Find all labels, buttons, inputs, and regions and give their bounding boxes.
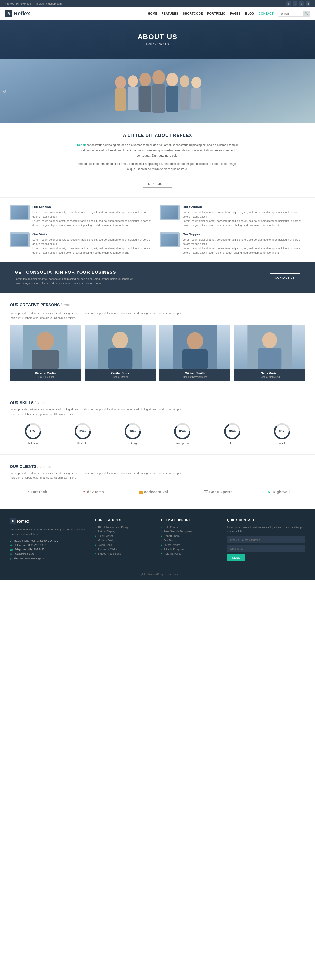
nav-blog[interactable]: BLOG [245,12,254,15]
feature-support-img-inner [161,234,178,246]
member-photo-2 [159,325,231,369]
footer-message-input[interactable] [227,545,305,552]
footer-support-title: HELP & SUPPORT [161,519,220,522]
footer-logo: R Reflex [10,519,88,524]
footer-link-spam[interactable]: Report Spam [161,535,220,538]
top-bar-left: +86 (00) 564 979 514 info@brandshop.com [5,2,62,5]
footer-link-clean[interactable]: Clean Code [95,543,154,546]
member-name-0: Ricardo Martin [12,372,78,375]
nav-portfolio[interactable]: PORTFOLIO [207,12,226,15]
clients-title: OUR CLIENTS [10,465,37,469]
skill-illustrator: 85% Illustrator [74,423,91,445]
breadcrumb-current: About Us [156,42,169,46]
feature-support-content: Our Support Lorem ipsum dolor sit amet, … [183,232,305,255]
nav-pages[interactable]: PAGES [230,12,241,15]
footer-email-input[interactable] [227,536,305,543]
cta-title: GET CONSULTATION FOR YOUR BUSINESS [15,270,138,275]
twitter-icon[interactable]: t [293,2,297,6]
logo[interactable]: R Reflex [5,10,30,17]
feature-support: Our Support Lorem ipsum dolor sit amet, … [160,232,305,255]
feature-solution: Our Solution Lorem ipsum dolor sit amet,… [160,205,305,228]
feature-support-image [160,232,180,247]
svg-rect-25 [258,348,282,369]
footer-web: ⚐ Web: www.mobenwang.com [10,557,88,560]
svg-point-2 [128,75,138,87]
breadcrumb-home[interactable]: Home [146,42,154,46]
googleplus-icon[interactable]: g [299,2,304,6]
feature-solution-para2: Lorem ipsum dolor sit amet, consectetur … [183,219,305,228]
footer-link-pixel[interactable]: Pixel Perfect [95,535,154,538]
linkedin-icon[interactable]: in [305,2,310,6]
logo-icon: R [5,10,12,17]
skills-title: OUR SKILLS [10,401,34,405]
clients-section: OUR CLIENTS / clients Lorem provide best… [0,455,315,509]
client-hastech: H HasTech [25,490,47,494]
footer-link-templates[interactable]: Free Sample Templates [161,530,220,533]
skill-photoshop: 95% Photoshop [24,423,41,445]
nav-shortcode[interactable]: SHORTCODE [183,12,203,15]
svg-rect-1 [115,88,126,111]
svg-point-24 [262,332,277,348]
clients-section-header: OUR CLIENTS / clients [10,465,305,469]
skill-label-illustrator: Illustrator [74,442,91,445]
skills-grid: 95% Photoshop 85% Illustrator 90% In Des… [10,423,305,445]
skill-arc-indesign: 90% [124,423,141,440]
team-card-0: Ricardo Martin CEO & Founder [10,325,81,381]
svg-point-12 [191,77,201,88]
team-card-info-1: Zenifer Silvia Head of Design [85,369,156,381]
email-info: info@brandshop.com [36,2,62,5]
footer-link-retina[interactable]: Retina Display [95,530,154,533]
footer-link-help[interactable]: Help Center [161,526,220,528]
footer-link-slider[interactable]: Awesome Slider [95,548,154,551]
footer-email-text: Info@domain.com [14,553,34,555]
footer-link-blog[interactable]: Our Blog [161,539,220,542]
feature-mission-para2: Lorem ipsum dolor sit amet, consectetur … [32,219,155,228]
team-card-img-1 [85,325,156,369]
footer-col-contact: QUICK CONTACT Lorem ipsum dolor sit amet… [227,519,305,562]
footer-link-referral[interactable]: Referral Policy [161,552,220,555]
skills-section-desc: Lorem provide best service consectetur a… [10,407,182,416]
footer-send-button[interactable]: SEND [227,554,246,561]
skill-label-indesign: In Design [124,442,141,445]
svg-rect-7 [152,84,165,113]
footer-link-responsive[interactable]: 100 % Responsive Design [95,526,154,528]
settings-icon: ⚙ [3,89,6,94]
nav-contact[interactable]: CONTACT [259,12,274,15]
social-links: f t g in [286,2,310,6]
footer-address-text: 8801 Mamena Road, Glasgow, DD6 3GCR [13,539,60,542]
client-devitems: ✦ devitems [83,490,104,494]
footer-col-support: HELP & SUPPORT Help Center Free Sample T… [161,519,220,562]
team-grid: Ricardo Martin CEO & Founder Zenifer Sil… [10,325,305,381]
skill-label-photoshop: Photoshop [24,442,41,445]
header: R Reflex HOME FEATURES SHORTCODE PORTFOL… [0,7,315,20]
team-card-info-3: Sally Morish Head of Marketing [234,369,305,381]
web-icon: ⚐ [10,557,12,560]
nav-features[interactable]: FEATURES [162,12,178,15]
skill-arc-photoshop: 95% [24,423,41,440]
about-para2: Sed do eiusmod tempor dolor sit amet, co… [74,161,241,172]
footer-col-features: OUR FEATURES 100 % Responsive Design Ret… [95,519,154,562]
skill-arc-illustrator: 85% [74,423,91,440]
search-button[interactable]: 🔍 [303,11,310,16]
team-section-desc: Lorem provide best service consectetur a… [10,311,182,320]
search-input[interactable] [278,11,303,16]
team-card-3: Sally Morish Head of Marketing [234,325,305,381]
read-more-button[interactable]: READ MORE [143,180,172,188]
footer-link-modern[interactable]: Modern Design [95,539,154,542]
footer-logo-text: Reflex [17,519,29,523]
skill-indesign: 90% In Design [124,423,141,445]
team-card-img-2 [159,325,231,369]
email-icon: ✉ [10,553,12,555]
feature-support-para1: Lorem ipsum dolor sit amet, consectetur … [183,237,305,246]
footer-grid: R Reflex Lorem ipsum dolor sit amet, con… [10,519,305,562]
skills-subtitle: / skills [35,401,46,405]
footer-link-events[interactable]: Latest Events [161,543,220,546]
member-role-1: Head of Design [87,375,153,379]
svg-point-0 [115,76,126,89]
footer-link-affiliate[interactable]: Affiliate Program [161,548,220,551]
facebook-icon[interactable]: f [286,2,291,6]
skill-label-java: Java [224,442,241,445]
nav-home[interactable]: HOME [148,12,157,15]
footer-link-smooth[interactable]: Smooth Transitions [95,552,154,555]
contact-us-button[interactable]: CONTACT US [270,273,301,282]
